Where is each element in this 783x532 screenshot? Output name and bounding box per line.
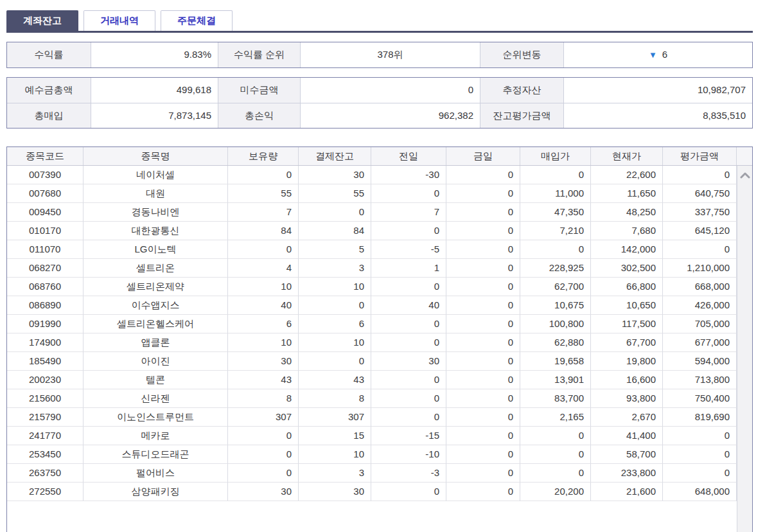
cell-stock-name: 메카로 [84, 427, 228, 445]
cell-stock-code: 241770 [7, 427, 84, 445]
cell-cur-price: 302,500 [591, 259, 663, 278]
cell-stock-name: 셀트리온제약 [84, 278, 228, 296]
cell-settled: 30 [299, 483, 371, 501]
cell-eval-amount: 640,750 [663, 184, 737, 203]
table-row[interactable]: 011070 LG이노텍 0 5 -5 0 0 142,000 0 [7, 240, 737, 259]
table-row[interactable]: 174900 앱클론 10 10 0 0 62,880 67,700 677,0… [7, 333, 737, 352]
cell-settled: 0 [299, 203, 371, 222]
table-row[interactable]: 215600 신라젠 8 8 0 0 83,700 93,800 750,400 [7, 389, 737, 408]
cell-settled: 84 [299, 222, 371, 240]
estimated-assets-value: 10,982,707 [564, 78, 752, 103]
table-row[interactable]: 010170 대한광통신 84 84 0 0 7,210 7,680 645,1… [7, 222, 737, 240]
cell-eval-amount: 713,800 [663, 371, 737, 389]
cell-settled: 5 [299, 240, 371, 259]
tab-transaction-history[interactable]: 거래내역 [84, 10, 155, 31]
cell-quantity: 7 [228, 203, 299, 222]
cell-stock-name: 경동나비엔 [84, 203, 228, 222]
cell-eval-amount: 0 [663, 166, 737, 184]
cell-settled: 43 [299, 371, 371, 389]
total-pnl-label: 총손익 [218, 103, 301, 128]
table-row[interactable]: 068270 셀트리온 4 3 1 0 228,925 302,500 1,21… [7, 259, 737, 278]
cell-today: 0 [446, 222, 520, 240]
table-row[interactable]: 007680 대원 55 55 0 0 11,000 11,650 640,75… [7, 184, 737, 203]
table-row[interactable]: 009450 경동나비엔 7 0 7 0 47,350 48,250 337,7… [7, 203, 737, 222]
cell-prev-day: 0 [371, 389, 446, 408]
cell-cur-price: 22,600 [591, 166, 663, 184]
deposit-total-label: 예수금총액 [7, 78, 91, 103]
cell-buy-price: 0 [520, 427, 591, 445]
table-row[interactable]: 263750 펄어비스 0 3 -3 0 0 233,800 0 [7, 464, 737, 483]
cell-stock-code: 010170 [7, 222, 84, 240]
table-row[interactable]: 253450 스튜디오드래곤 0 10 -10 0 0 58,700 0 [7, 445, 737, 464]
cell-today: 0 [446, 184, 520, 203]
cell-stock-name: 신라젠 [84, 389, 228, 408]
cell-cur-price: 58,700 [591, 445, 663, 464]
cell-cur-price: 16,600 [591, 371, 663, 389]
return-rate-label: 수익률 [7, 42, 91, 67]
cell-settled: 0 [299, 296, 371, 315]
cell-eval-amount: 0 [663, 240, 737, 259]
cell-buy-price: 2,165 [520, 408, 591, 427]
account-summary-row-1: 예수금총액 499,618 미수금액 0 추정자산 10,982,707 [7, 78, 752, 103]
cell-settled: 55 [299, 184, 371, 203]
cell-stock-code: 263750 [7, 464, 84, 483]
cell-prev-day: 0 [371, 333, 446, 352]
cell-settled: 10 [299, 333, 371, 352]
cell-today: 0 [446, 371, 520, 389]
tab-underline [6, 31, 753, 33]
cell-stock-name: 셀트리온헬스케어 [84, 315, 228, 333]
cell-stock-name: 이수앱지스 [84, 296, 228, 315]
rank-change-value: ▼6 [564, 42, 752, 67]
vertical-scrollbar[interactable] [737, 166, 752, 532]
col-header-cur-price: 현재가 [591, 147, 663, 165]
cell-cur-price: 93,800 [591, 389, 663, 408]
table-row[interactable]: 185490 아이진 30 0 30 0 19,658 19,800 594,0… [7, 352, 737, 371]
cell-eval-amount: 594,000 [663, 352, 737, 371]
cell-today: 0 [446, 445, 520, 464]
cell-today: 0 [446, 333, 520, 352]
cell-prev-day: 30 [371, 352, 446, 371]
cell-stock-code: 185490 [7, 352, 84, 371]
cell-settled: 10 [299, 445, 371, 464]
table-row[interactable]: 068760 셀트리온제약 10 10 0 0 62,700 66,800 66… [7, 278, 737, 296]
cell-settled: 10 [299, 278, 371, 296]
cell-buy-price: 7,210 [520, 222, 591, 240]
table-row[interactable]: 086890 이수앱지스 40 0 40 0 10,675 10,650 426… [7, 296, 737, 315]
col-header-code: 종목코드 [7, 147, 84, 165]
cell-prev-day: 0 [371, 278, 446, 296]
table-row[interactable]: 200230 텔콘 43 43 0 0 13,901 16,600 713,80… [7, 371, 737, 389]
table-row[interactable]: 215790 이노인스트루먼트 307 307 0 0 2,165 2,670 … [7, 408, 737, 427]
chevron-up-icon [740, 172, 750, 179]
balance-eval-value: 8,835,510 [564, 103, 752, 128]
cell-today: 0 [446, 408, 520, 427]
table-row[interactable]: 272550 삼양패키징 30 30 0 0 20,200 21,600 648… [7, 483, 737, 501]
table-row[interactable]: 241770 메카로 0 15 -15 0 0 41,400 0 [7, 427, 737, 445]
scroll-up-button[interactable] [737, 167, 752, 184]
cell-stock-name: 삼양패키징 [84, 483, 228, 501]
cell-buy-price: 19,658 [520, 352, 591, 371]
cell-stock-code: 215790 [7, 408, 84, 427]
total-purchase-value: 7,873,145 [91, 103, 218, 128]
deposit-total-value: 499,618 [91, 78, 218, 103]
cell-buy-price: 13,901 [520, 371, 591, 389]
cell-stock-name: 펄어비스 [84, 464, 228, 483]
return-rate-value: 9.83% [91, 42, 218, 67]
cell-today: 0 [446, 427, 520, 445]
cell-today: 0 [446, 483, 520, 501]
tab-account-balance[interactable]: 계좌잔고 [6, 10, 78, 31]
table-row[interactable]: 007390 네이처셀 0 30 -30 0 0 22,600 0 [7, 166, 737, 184]
cell-prev-day: 0 [371, 315, 446, 333]
rank-summary-row: 수익률 9.83% 수익률 순위 378위 순위변동 ▼6 [7, 42, 752, 67]
cell-stock-name: 아이진 [84, 352, 228, 371]
cell-cur-price: 117,500 [591, 315, 663, 333]
table-header: 종목코드 종목명 보유량 결제잔고 전일 금일 매입가 현재가 평가금액 [7, 147, 752, 166]
cell-buy-price: 100,800 [520, 315, 591, 333]
cell-prev-day: 0 [371, 483, 446, 501]
cell-quantity: 0 [228, 240, 299, 259]
cell-stock-code: 174900 [7, 333, 84, 352]
tab-order-execution[interactable]: 주문체결 [161, 10, 233, 31]
cell-today: 0 [446, 389, 520, 408]
table-row[interactable]: 091990 셀트리온헬스케어 6 6 0 0 100,800 117,500 … [7, 315, 737, 333]
cell-quantity: 30 [228, 483, 299, 501]
cell-settled: 3 [299, 464, 371, 483]
